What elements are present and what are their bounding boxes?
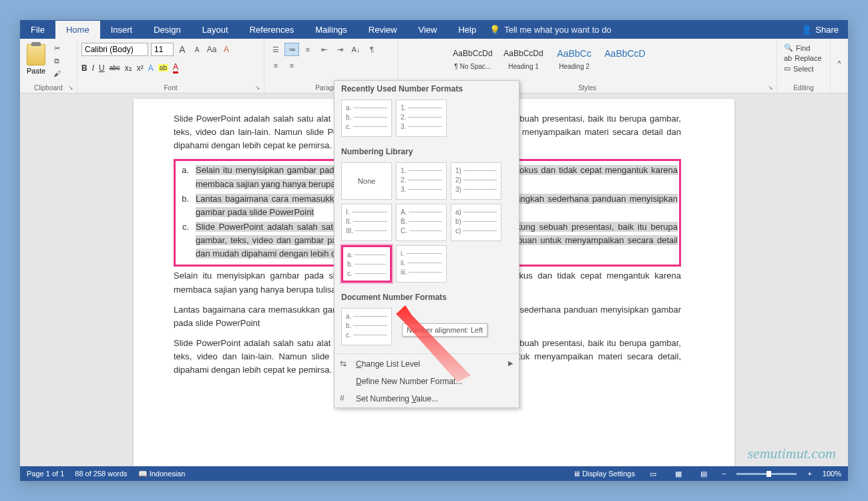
format-painter-button[interactable]: 🖌: [51, 69, 63, 80]
format-abc-paren[interactable]: a) b) c): [451, 204, 501, 241]
align-center-button[interactable]: ≡: [284, 59, 299, 72]
tab-help[interactable]: Help: [447, 21, 487, 39]
bullets-button[interactable]: ☰: [268, 43, 283, 56]
font-color-button[interactable]: A: [173, 62, 178, 73]
numbering-button[interactable]: ≔: [284, 43, 299, 56]
tab-view[interactable]: View: [407, 21, 447, 39]
font-dialog-launcher[interactable]: ↘: [255, 84, 262, 92]
dropdown-section-recent: Recently Used Number Formats: [335, 81, 519, 97]
display-settings-button[interactable]: 🖥 Display Settings: [573, 470, 635, 478]
share-button[interactable]: 👤 Share: [792, 21, 848, 39]
tab-references[interactable]: References: [239, 21, 304, 39]
bold-button[interactable]: B: [81, 63, 87, 73]
clipboard-dialog-launcher[interactable]: ↘: [68, 84, 75, 92]
set-value-icon: #: [340, 393, 351, 404]
select-button[interactable]: ▭Select: [781, 63, 817, 73]
subscript-button[interactable]: x₂: [125, 63, 132, 73]
change-level-icon: ⇆: [340, 359, 351, 369]
superscript-button[interactable]: x²: [137, 63, 144, 73]
align-left-button[interactable]: ≡: [268, 59, 283, 72]
print-layout-button[interactable]: ▦: [671, 468, 686, 479]
tab-design[interactable]: Design: [143, 21, 191, 39]
dropdown-section-library: Numbering Library: [335, 144, 519, 160]
font-name-combo[interactable]: [81, 43, 148, 56]
format-roman-lower[interactable]: i. ii. iii.: [396, 245, 447, 283]
tab-layout[interactable]: Layout: [192, 21, 239, 39]
bulb-icon: 💡: [489, 25, 500, 35]
change-case-button[interactable]: Aa: [206, 43, 218, 55]
numbering-dropdown: Recently Used Number Formats a. b. c. 1.…: [334, 80, 519, 408]
submenu-arrow-icon: ▶: [508, 359, 513, 367]
language-status[interactable]: 📖 Indonesian: [138, 470, 186, 478]
tab-mailings[interactable]: Mailings: [304, 21, 358, 39]
format-ABC-dot[interactable]: A. B. C.: [396, 204, 447, 241]
tab-file[interactable]: File: [20, 21, 55, 39]
zoom-slider[interactable]: [736, 473, 797, 475]
web-layout-button[interactable]: ▤: [696, 468, 711, 479]
format-roman-upper[interactable]: I. II. III.: [341, 204, 392, 241]
cut-button[interactable]: ✂: [51, 44, 63, 55]
sort-button[interactable]: A↓: [349, 43, 363, 56]
format-abc-dot-doc[interactable]: a. b. c.: [341, 308, 392, 345]
collapse-ribbon-button[interactable]: ˄: [831, 39, 848, 93]
page-count[interactable]: Page 1 of 1: [27, 470, 64, 478]
clipboard-icon: [27, 44, 45, 65]
share-icon: 👤: [801, 25, 812, 35]
tab-insert[interactable]: Insert: [100, 21, 144, 39]
read-mode-button[interactable]: ▭: [646, 468, 660, 479]
style-more[interactable]: AaBbCcD: [601, 43, 649, 64]
show-hide-button[interactable]: ¶: [365, 43, 379, 56]
format-num-dot[interactable]: 1. 2. 3.: [396, 162, 447, 200]
watermark: semutimut.com: [747, 445, 836, 462]
status-bar: Page 1 of 1 88 of 258 words 📖 Indonesian…: [20, 466, 848, 481]
grow-font-button[interactable]: A: [176, 43, 188, 55]
font-size-combo[interactable]: [151, 43, 174, 56]
dropdown-section-doc: Document Number Formats: [335, 289, 519, 305]
underline-button[interactable]: U: [99, 63, 105, 73]
replace-button[interactable]: abReplace: [781, 53, 825, 63]
style-heading2[interactable]: AaBbCc Heading 2: [550, 43, 598, 71]
styles-dialog-launcher[interactable]: ↘: [768, 84, 775, 92]
style-heading1[interactable]: AaBbCcDd Heading 1: [499, 43, 548, 71]
zoom-in-button[interactable]: +: [807, 470, 811, 478]
italic-button[interactable]: I: [92, 63, 94, 73]
editing-group-label: Editing: [777, 82, 830, 93]
text-effects-button[interactable]: A: [148, 63, 154, 73]
format-num-dot[interactable]: 1. 2. 3.: [396, 100, 447, 137]
format-none[interactable]: None: [341, 162, 392, 200]
format-abc-dot[interactable]: a. b. c.: [341, 100, 392, 137]
multilevel-list-button[interactable]: ≡: [300, 43, 315, 56]
tell-me-search[interactable]: 💡 Tell me what you want to do: [489, 25, 611, 35]
change-list-level-menu[interactable]: ⇆ Change List Level ▶: [335, 355, 519, 373]
paste-button[interactable]: Paste: [24, 43, 48, 76]
find-icon: 🔍: [784, 43, 793, 52]
set-numbering-value-menu[interactable]: # Set Numbering Value...: [335, 390, 519, 407]
zoom-level[interactable]: 100%: [823, 470, 841, 478]
tab-review[interactable]: Review: [358, 21, 408, 39]
format-abc-dot-selected[interactable]: a. b. c.: [341, 245, 392, 283]
highlight-button[interactable]: ab: [158, 64, 168, 71]
format-num-paren[interactable]: 1) 2) 3): [451, 162, 501, 200]
word-count[interactable]: 88 of 258 words: [75, 470, 127, 478]
decrease-indent-button[interactable]: ⇤: [316, 43, 331, 56]
clear-formatting-button[interactable]: A: [220, 43, 232, 55]
strikethrough-button[interactable]: abc: [110, 64, 120, 71]
tooltip: Number alignment: Left: [402, 323, 487, 337]
tab-home[interactable]: Home: [55, 21, 100, 39]
style-no-spacing[interactable]: AaBbCcDd ¶ No Spac...: [449, 43, 497, 71]
font-group-label: Font: [77, 82, 264, 93]
copy-button[interactable]: ⧉: [51, 57, 63, 67]
select-icon: ▭: [784, 64, 791, 73]
find-button[interactable]: 🔍Find: [781, 43, 813, 53]
increase-indent-button[interactable]: ⇥: [333, 43, 347, 56]
shrink-font-button[interactable]: A: [191, 43, 203, 55]
replace-icon: ab: [784, 54, 792, 62]
define-new-number-format-menu[interactable]: Define New Number Format...: [335, 373, 519, 390]
ribbon-tabs: File Home Insert Design Layout Reference…: [20, 20, 848, 39]
zoom-out-button[interactable]: −: [722, 470, 726, 478]
